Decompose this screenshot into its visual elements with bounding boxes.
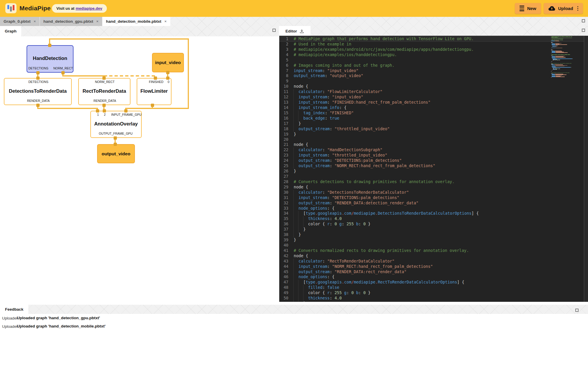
code-line[interactable]: 35 thickness: 4.0 [279, 216, 584, 221]
port-connector[interactable] [124, 109, 128, 113]
code-line[interactable]: 43 calculator: "RectToRenderDataCalculat… [279, 259, 584, 264]
code-line[interactable]: 14 input_stream_info: { [279, 105, 584, 110]
maximize-graph-icon[interactable] [272, 29, 276, 32]
code-line[interactable]: 12 input_stream: "input_video" [279, 94, 584, 100]
code-line[interactable]: 3# mediapipie/examples/android/src/java/… [279, 47, 584, 52]
close-tab-icon[interactable]: ✕ [34, 20, 36, 23]
file-tab[interactable]: Graph_0.pbtxt✕ [0, 17, 40, 26]
code-line[interactable]: 49 color { r: 255 g: 0 b: 0 } [279, 290, 584, 296]
code-line[interactable]: 33 node_options: { [279, 206, 584, 211]
port-connector[interactable] [36, 76, 40, 80]
visit-us-pill: Visit us at mediapipe.dev [52, 4, 107, 13]
port-connector[interactable] [154, 76, 157, 80]
code-line[interactable]: 7input_stream: "input_video" [279, 68, 584, 74]
tab-editor[interactable]: Editor [279, 26, 311, 36]
code-line[interactable]: 13 input_stream: "FINISHED:hand_rect_fro… [279, 100, 584, 105]
download-icon[interactable] [300, 29, 304, 33]
graph-node-input_video[interactable]: input_video [152, 53, 184, 72]
graph-node-output_video[interactable]: output_video [97, 144, 135, 163]
code-line[interactable]: 38 } [279, 232, 584, 237]
maximize-editor-icon[interactable] [582, 29, 585, 32]
port-connector[interactable] [48, 44, 51, 47]
graph-canvas[interactable]: HandDetectionDETECTIONSNORM_RECTinput_vi… [0, 36, 277, 305]
graph-node-FlowLimiter[interactable]: FlowLimiterFINISHED0 [137, 78, 172, 105]
graph-node-HandDetection[interactable]: HandDetectionDETECTIONSNORM_RECT [27, 45, 74, 73]
code-line[interactable]: 36 color { r: 0 g: 255 b: 0 } [279, 221, 584, 227]
tab-graph[interactable]: Graph [0, 26, 21, 36]
code-line[interactable]: 17 } [279, 121, 584, 126]
code-line[interactable]: 48 filled: false [279, 285, 584, 290]
code-line[interactable]: 47 [type.googleapis.com/mediapipe.RectTo… [279, 280, 584, 285]
maximize-panel-icon[interactable] [582, 19, 585, 22]
code-line[interactable]: 19} [279, 132, 584, 137]
code-line[interactable]: 18 output_stream: "throttled_input_video… [279, 126, 584, 132]
graph-node-DetectionsToRenderData[interactable]: DetectionsToRenderDataDETECTIONSRENDER_D… [4, 78, 72, 105]
port-connector[interactable] [151, 104, 154, 107]
port-connector[interactable] [61, 71, 65, 74]
code-line[interactable]: 2# Used in the example in [279, 42, 584, 47]
code-line[interactable]: 24 output_stream: "DETECTIONS:palm_detec… [279, 158, 584, 163]
maximize-feedback-icon[interactable] [575, 309, 579, 312]
new-button[interactable]: New [515, 3, 541, 14]
code-line[interactable]: 44 input_stream: "NORM_RECT:hand_rect_fr… [279, 264, 584, 269]
upload-button[interactable]: Upload [544, 3, 583, 14]
close-tab-icon[interactable]: ✕ [96, 20, 99, 23]
code-line[interactable]: 6# Images coming into and out of the gra… [279, 63, 584, 68]
tab-feedback[interactable]: Feedback [0, 305, 28, 314]
port-connector[interactable] [36, 71, 40, 74]
code-line[interactable]: 16 back_edge: true [279, 116, 584, 121]
code-line[interactable]: 29node { [279, 185, 584, 190]
code-line[interactable]: 20 [279, 137, 584, 142]
code-line[interactable]: 41# Converts normalized rects to drawing… [279, 248, 584, 253]
graph-node-RectToRenderData[interactable]: RectToRenderDataNORM_RECTRENDER_DATA [78, 78, 130, 105]
code-text: } [294, 237, 296, 242]
code-line[interactable]: 11 calculator: "FlowLimiterCalculator" [279, 89, 584, 94]
code-line[interactable]: 25 output_stream: "NORM_RECT:hand_rect_f… [279, 163, 584, 169]
graph-node-AnnotationOverlay[interactable]: AnnotationOverlay12INPUT_FRAME_GPUOUTPUT… [90, 111, 142, 138]
code-line[interactable]: 37 } [279, 227, 584, 232]
port-connector[interactable] [96, 109, 99, 113]
code-line[interactable]: 23 input_stream: "throttled_input_video" [279, 153, 584, 158]
code-line[interactable]: 27 [279, 174, 584, 179]
code-line[interactable]: 1# MediaPipe graph that performs hand de… [279, 36, 584, 42]
port-connector[interactable] [114, 136, 117, 140]
code-line[interactable]: 46 node_options: { [279, 274, 584, 280]
code-line[interactable]: 45 output_stream: "RENDER_DATA:rect_rend… [279, 269, 584, 275]
editor-minimap[interactable] [551, 36, 574, 84]
port-connector[interactable] [166, 71, 169, 74]
port-connector[interactable] [102, 104, 106, 107]
port-connector[interactable] [166, 76, 169, 80]
code-line[interactable]: 40 [279, 243, 584, 248]
more-options-icon[interactable] [577, 6, 578, 11]
code-line[interactable]: 28# Converts detections to drawing primi… [279, 179, 584, 185]
code-line[interactable]: 42node { [279, 253, 584, 259]
code-line[interactable]: 9 [279, 79, 584, 84]
code-editor[interactable]: 1# MediaPipe graph that performs hand de… [279, 36, 588, 302]
code-line[interactable]: 32 output_stream: "RENDER_DATA:detection… [279, 201, 584, 206]
code-line[interactable]: 21node { [279, 142, 584, 147]
editor-scrollbar[interactable] [584, 36, 588, 302]
code-line[interactable]: 15 tag_index: "FINISHED" [279, 110, 584, 116]
port-connector[interactable] [102, 76, 106, 80]
port-connector[interactable] [114, 143, 117, 146]
code-line[interactable]: 34 [type.googleapis.com/mediapipe.Detect… [279, 211, 584, 216]
file-tab[interactable]: hand_detection_mobile.pbtxt✕ [102, 17, 170, 26]
mediapipe-dev-link[interactable]: mediapipe.dev [76, 6, 102, 11]
code-line[interactable]: 8output_stream: "output_video" [279, 73, 584, 79]
code-line[interactable]: 30 calculator: "DetectionsToRenderDataCa… [279, 190, 584, 195]
code-text: filled: false [294, 285, 339, 290]
port-connector[interactable] [103, 109, 106, 113]
code-line[interactable]: 10node { [279, 84, 584, 89]
close-tab-icon[interactable]: ✕ [164, 20, 167, 23]
line-number: 35 [279, 216, 288, 221]
port-connector[interactable] [36, 104, 40, 107]
file-tab[interactable]: hand_detection_gpu.pbtxt✕ [40, 17, 102, 26]
code-line[interactable]: 5 [279, 58, 584, 63]
code-line[interactable]: 51 } [279, 301, 584, 302]
code-line[interactable]: 39} [279, 237, 584, 243]
code-line[interactable]: 26} [279, 169, 584, 174]
code-line[interactable]: 31 input_stream: "DETECTIONS:palm_detect… [279, 195, 584, 201]
code-line[interactable]: 50 thickness: 4.0 [279, 296, 584, 301]
code-line[interactable]: 22 calculator: "HandDetectionSubgraph" [279, 147, 584, 153]
code-line[interactable]: 4# mediapipie/examples/ios/handdetection… [279, 52, 584, 58]
